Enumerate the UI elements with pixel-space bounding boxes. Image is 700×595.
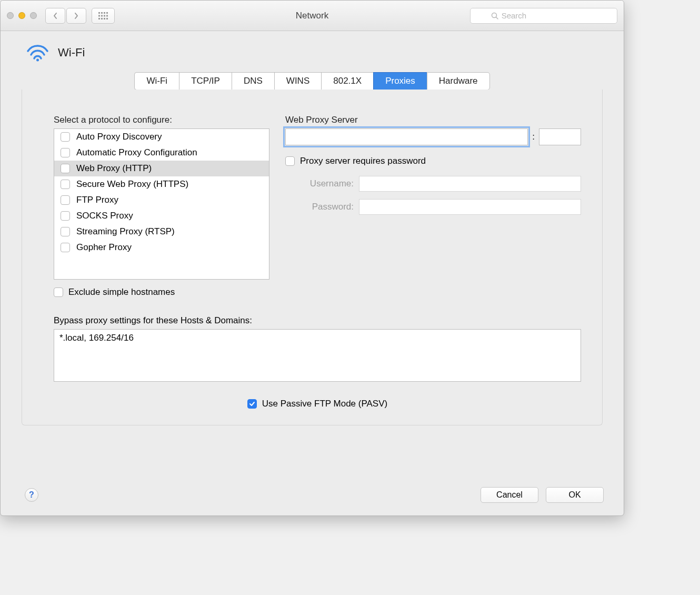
protocol-label: Auto Proxy Discovery [76, 132, 162, 142]
tab-hardware[interactable]: Hardware [427, 72, 490, 90]
exclude-hostnames-row: Exclude simple hostnames [54, 287, 269, 298]
search-input[interactable] [502, 11, 597, 20]
window-traffic-lights [7, 12, 37, 19]
protocol-label: Automatic Proxy Configuration [76, 147, 197, 158]
svg-rect-7 [106, 15, 108, 16]
protocol-label: Gopher Proxy [76, 242, 132, 253]
close-window-button[interactable] [7, 12, 14, 19]
tab-wi-fi[interactable]: Wi-Fi [134, 72, 179, 90]
server-label: Web Proxy Server [285, 115, 581, 125]
protocol-column: Select a protocol to configure: Auto Pro… [54, 115, 269, 298]
proxies-panel: Select a protocol to configure: Auto Pro… [22, 90, 603, 425]
protocol-item[interactable]: Automatic Proxy Configuration [54, 145, 269, 161]
forward-button[interactable] [66, 8, 86, 24]
toolbar: Network [1, 1, 624, 31]
protocol-checkbox[interactable] [61, 164, 70, 173]
username-input[interactable] [359, 176, 581, 192]
server-port-separator: : [532, 132, 535, 142]
proxy-server-input[interactable] [285, 128, 528, 145]
protocol-item[interactable]: Auto Proxy Discovery [54, 129, 269, 145]
protocol-list-label: Select a protocol to configure: [54, 115, 269, 125]
protocol-checkbox[interactable] [61, 195, 70, 205]
exclude-hostnames-label: Exclude simple hostnames [68, 287, 175, 298]
svg-rect-11 [106, 18, 108, 19]
help-button[interactable]: ? [25, 488, 38, 502]
protocol-item[interactable]: Web Proxy (HTTP) [54, 161, 269, 176]
tab-tcp-ip[interactable]: TCP/IP [179, 72, 232, 90]
protocol-checkbox[interactable] [61, 180, 70, 189]
svg-rect-2 [104, 12, 105, 14]
protocol-item[interactable]: Gopher Proxy [54, 240, 269, 255]
svg-rect-0 [98, 12, 100, 14]
svg-point-14 [36, 59, 39, 62]
protocol-item[interactable]: SOCKS Proxy [54, 208, 269, 224]
protocol-checkbox[interactable] [61, 132, 70, 142]
protocol-checkbox[interactable] [61, 211, 70, 221]
proxy-auth-checkbox[interactable] [285, 156, 295, 166]
protocol-label: FTP Proxy [76, 195, 118, 205]
tab-802-1x[interactable]: 802.1X [321, 72, 373, 90]
grid-icon [98, 12, 108, 19]
server-column: Web Proxy Server : Proxy server requires… [285, 115, 581, 298]
password-label: Password: [285, 202, 354, 212]
username-label: Username: [285, 178, 354, 189]
back-button[interactable] [45, 8, 65, 24]
tab-proxies[interactable]: Proxies [373, 72, 427, 90]
cancel-button[interactable]: Cancel [481, 487, 538, 503]
exclude-hostnames-checkbox[interactable] [54, 287, 63, 297]
auth-row: Proxy server requires password [285, 156, 581, 166]
svg-rect-4 [98, 15, 100, 16]
show-all-button[interactable] [92, 8, 115, 24]
username-row: Username: [285, 176, 581, 192]
chevron-left-icon [53, 12, 58, 19]
footer: ? Cancel OK [1, 487, 624, 515]
network-preferences-window: Network Wi-Fi Wi-FiTCP/IPDNSWINS802.1XPr… [0, 0, 624, 516]
server-input-row: : [285, 128, 581, 145]
svg-rect-10 [104, 18, 105, 19]
nav-buttons [45, 8, 86, 24]
search-field-wrap[interactable] [470, 8, 617, 24]
pasv-label: Use Passive FTP Mode (PASV) [262, 399, 387, 409]
proxy-auth-label: Proxy server requires password [300, 156, 426, 166]
svg-rect-5 [101, 15, 103, 16]
protocol-item[interactable]: Streaming Proxy (RTSP) [54, 224, 269, 240]
help-icon: ? [29, 490, 34, 500]
bypass-textarea[interactable] [54, 329, 581, 382]
svg-rect-3 [106, 12, 108, 14]
tab-bar: Wi-FiTCP/IPDNSWINS802.1XProxiesHardware [1, 72, 624, 90]
svg-rect-8 [98, 18, 100, 19]
pasv-row: Use Passive FTP Mode (PASV) [54, 399, 581, 409]
bypass-label: Bypass proxy settings for these Hosts & … [54, 315, 581, 326]
tab-dns[interactable]: DNS [232, 72, 274, 90]
chevron-right-icon [74, 12, 79, 19]
protocol-checkbox[interactable] [61, 148, 70, 157]
window-title: Network [296, 11, 328, 21]
page-title: Wi-Fi [58, 46, 85, 60]
protocol-list[interactable]: Auto Proxy DiscoveryAutomatic Proxy Conf… [54, 128, 269, 280]
protocol-checkbox[interactable] [61, 227, 70, 236]
svg-rect-1 [101, 12, 103, 14]
wifi-icon [26, 44, 49, 62]
protocol-label: Web Proxy (HTTP) [76, 163, 152, 174]
search-icon [491, 12, 498, 19]
password-input[interactable] [359, 199, 581, 215]
zoom-window-button[interactable] [30, 12, 37, 19]
svg-rect-6 [104, 15, 105, 16]
footer-buttons: Cancel OK [481, 487, 604, 503]
protocol-label: Streaming Proxy (RTSP) [76, 226, 175, 237]
protocol-label: SOCKS Proxy [76, 211, 133, 221]
password-row: Password: [285, 199, 581, 215]
protocol-item[interactable]: FTP Proxy [54, 192, 269, 208]
page-header: Wi-Fi [1, 31, 624, 67]
pasv-checkbox[interactable] [247, 399, 257, 409]
protocol-label: Secure Web Proxy (HTTPS) [76, 179, 188, 190]
ok-button[interactable]: OK [546, 487, 604, 503]
svg-rect-9 [101, 18, 103, 19]
svg-line-13 [496, 17, 498, 19]
proxy-port-input[interactable] [539, 128, 581, 145]
minimize-window-button[interactable] [18, 12, 25, 19]
protocol-item[interactable]: Secure Web Proxy (HTTPS) [54, 176, 269, 192]
protocol-checkbox[interactable] [61, 243, 70, 252]
tab-wins[interactable]: WINS [274, 72, 321, 90]
